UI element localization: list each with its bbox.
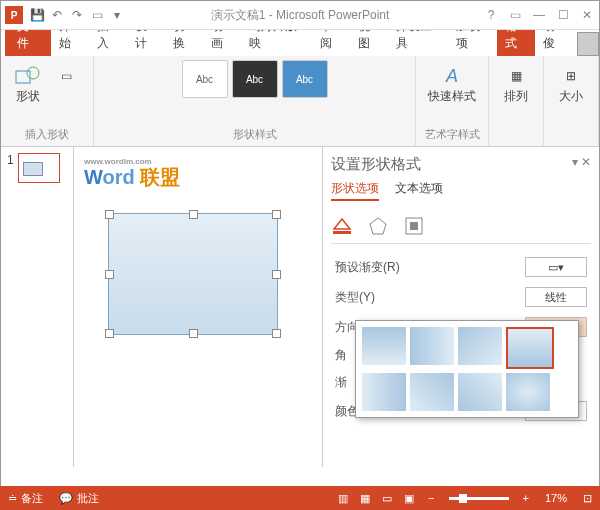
thumbnail-pane: 1	[1, 147, 74, 467]
fit-window-icon[interactable]: ⊡	[575, 492, 600, 505]
logo: www.wordlm.com Word 联盟	[84, 157, 312, 191]
group-insert-shape: 形状 ▭ 插入形状	[1, 56, 94, 146]
app-icon: P	[5, 6, 23, 24]
arrange-icon: ▦	[501, 64, 531, 88]
shapes-icon	[13, 64, 43, 88]
redo-icon[interactable]: ↷	[67, 5, 87, 25]
format-shape-pane: ▾ ✕ 设置形状格式 形状选项 文本选项 预设渐变(R) ▭▾ 类型(Y) 线性…	[322, 147, 599, 467]
group-size: ⊞ 大小	[544, 56, 599, 146]
zoom-level[interactable]: 17%	[537, 492, 575, 504]
main-area: 1 www.wordlm.com Word 联盟 ▾ ✕ 设置形状格式 形状选项…	[1, 147, 599, 467]
comments-button[interactable]: 💬 批注	[51, 491, 107, 506]
svg-point-1	[27, 67, 39, 79]
svg-rect-2	[333, 231, 351, 234]
normal-view-icon[interactable]: ▥	[332, 487, 354, 509]
gradient-label: 渐	[335, 374, 347, 391]
svg-marker-3	[370, 218, 386, 234]
direction-option-1[interactable]	[362, 327, 406, 365]
fill-icon[interactable]	[331, 215, 353, 237]
direction-option-4-selected[interactable]	[506, 327, 554, 369]
ribbon-display-icon[interactable]: ▭	[503, 5, 527, 25]
style-gallery[interactable]: Abc Abc Abc	[182, 60, 328, 98]
selected-shape[interactable]	[108, 213, 278, 335]
shapes-button[interactable]: 形状	[9, 60, 47, 109]
window-title: 演示文稿1 - Microsoft PowerPoint	[211, 7, 390, 24]
type-label: 类型(Y)	[335, 289, 375, 306]
group-shape-styles: Abc Abc Abc 形状样式	[94, 56, 416, 146]
svg-rect-5	[410, 222, 418, 230]
undo-icon[interactable]: ↶	[47, 5, 67, 25]
qat-more-icon[interactable]: ▾	[107, 5, 127, 25]
notes-button[interactable]: ≐ 备注	[0, 491, 51, 506]
arrange-button[interactable]: ▦ 排列	[497, 60, 535, 109]
preset-gradient-dropdown[interactable]: ▭▾	[525, 257, 587, 277]
direction-option-3[interactable]	[458, 327, 502, 365]
direction-option-5[interactable]	[362, 373, 406, 411]
zoom-slider[interactable]	[449, 497, 509, 500]
direction-option-7[interactable]	[458, 373, 502, 411]
zoom-in-icon[interactable]: +	[515, 492, 537, 504]
style-preset-2[interactable]: Abc	[232, 60, 278, 98]
user-avatar[interactable]	[577, 32, 599, 56]
minimize-icon[interactable]: —	[527, 5, 551, 25]
direction-option-6[interactable]	[410, 373, 454, 411]
help-icon[interactable]: ?	[479, 5, 503, 25]
shape-tools[interactable]: ▭	[47, 60, 85, 109]
slide-canvas[interactable]: www.wordlm.com Word 联盟	[74, 147, 322, 467]
wordart-icon: A	[437, 64, 467, 88]
group-wordart: A 快速样式 艺术字样式	[416, 56, 489, 146]
size-button[interactable]: ⊞ 大小	[552, 60, 590, 109]
slide-thumbnail-1[interactable]	[18, 153, 60, 183]
size-props-icon[interactable]	[403, 215, 425, 237]
text-box-icon: ▭	[51, 64, 81, 88]
angle-label: 角	[335, 347, 347, 364]
slideshow-view-icon[interactable]: ▣	[398, 487, 420, 509]
direction-gallery-popup	[355, 320, 579, 418]
zoom-out-icon[interactable]: −	[420, 492, 442, 504]
statusbar: ≐ 备注 💬 批注 ▥ ▦ ▭ ▣ − + 17% ⊡	[0, 486, 600, 510]
preset-gradient-label: 预设渐变(R)	[335, 259, 400, 276]
slideshow-icon[interactable]: ▭	[87, 5, 107, 25]
close-icon[interactable]: ✕	[575, 5, 599, 25]
direction-option-8[interactable]	[506, 373, 550, 411]
maximize-icon[interactable]: ☐	[551, 5, 575, 25]
direction-option-2[interactable]	[410, 327, 454, 365]
pane-title: 设置形状格式	[331, 155, 591, 174]
save-icon[interactable]: 💾	[27, 5, 47, 25]
quickstyle-button[interactable]: A 快速样式	[424, 60, 480, 109]
effects-icon[interactable]	[367, 215, 389, 237]
slide-number: 1	[7, 153, 14, 183]
style-preset-3[interactable]: Abc	[282, 60, 328, 98]
sorter-view-icon[interactable]: ▦	[354, 487, 376, 509]
group-arrange: ▦ 排列	[489, 56, 544, 146]
ribbon: 形状 ▭ 插入形状 Abc Abc Abc 形状样式 A 快速样式 艺术字样式 …	[1, 56, 599, 147]
ribbon-tabs: 文件 开始 插入 设计 切换 动画 幻灯片放映 审阅 视图 开发工具 加载项 格…	[1, 30, 599, 56]
pane-close-icon[interactable]: ▾ ✕	[572, 155, 591, 169]
pane-tab-text[interactable]: 文本选项	[395, 180, 443, 201]
style-preset-1[interactable]: Abc	[182, 60, 228, 98]
type-dropdown[interactable]: 线性	[525, 287, 587, 307]
size-icon: ⊞	[556, 64, 586, 88]
titlebar: P 💾 ↶ ↷ ▭ ▾ 演示文稿1 - Microsoft PowerPoint…	[1, 1, 599, 30]
reading-view-icon[interactable]: ▭	[376, 487, 398, 509]
pane-tab-shape[interactable]: 形状选项	[331, 180, 379, 201]
